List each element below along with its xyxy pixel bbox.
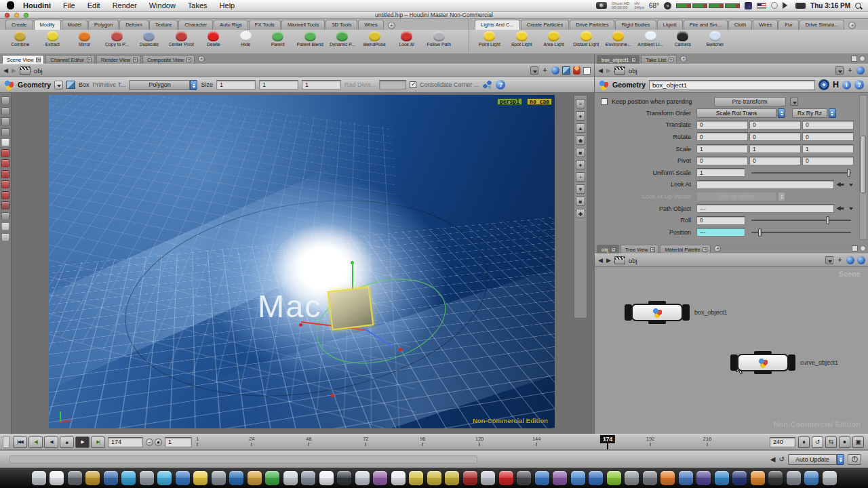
tab-close-icon[interactable]: × bbox=[669, 58, 673, 62]
pin-icon[interactable]: + bbox=[846, 67, 854, 75]
add-shelf-tab-button[interactable]: + bbox=[848, 22, 856, 29]
tab-close-icon[interactable]: × bbox=[186, 58, 191, 62]
network-type-icon[interactable] bbox=[614, 66, 625, 75]
shelf-tab-cloth[interactable]: Cloth bbox=[728, 20, 753, 30]
path-dropdown-icon[interactable] bbox=[825, 256, 833, 264]
shelf-tab-create[interactable]: Create bbox=[5, 20, 33, 30]
shelf-tab-fire-and-sm[interactable]: Fire and Sm... bbox=[684, 20, 728, 30]
param-slider[interactable] bbox=[751, 220, 851, 221]
range-start-field[interactable]: 1 bbox=[165, 437, 192, 447]
op-jump-icon[interactable] bbox=[835, 205, 845, 212]
shelf-tab-wires[interactable]: Wires bbox=[358, 20, 383, 30]
back-icon[interactable]: ◀ bbox=[770, 455, 776, 463]
network-node-curve-object1[interactable]: curve_object1 bbox=[730, 354, 795, 371]
view-control-icon[interactable]: ▼ bbox=[576, 184, 585, 194]
tool-delete[interactable]: Delete bbox=[197, 30, 230, 47]
param-dropdown-scale-rot-trans[interactable]: Scale Rot Trans bbox=[696, 108, 776, 118]
tab-obj[interactable]: obj× bbox=[597, 245, 619, 253]
tab-tree-view[interactable]: Tree View× bbox=[620, 245, 658, 253]
dock-app-icon[interactable] bbox=[660, 471, 675, 485]
menu-edit[interactable]: Edit bbox=[87, 1, 100, 9]
network-type-icon[interactable] bbox=[614, 256, 625, 264]
play-button[interactable]: ▶ bbox=[75, 436, 90, 448]
battery-icon[interactable] bbox=[795, 3, 806, 9]
info-icon[interactable]: i bbox=[842, 81, 851, 89]
character-display-icon[interactable] bbox=[573, 66, 580, 75]
dock-app-icon[interactable] bbox=[732, 471, 747, 485]
frame-decrement-button[interactable]: − bbox=[146, 439, 153, 446]
dock-app-icon[interactable] bbox=[787, 471, 801, 485]
pin-icon[interactable]: + bbox=[836, 257, 844, 264]
realtime-toggle-icon[interactable]: ↺ bbox=[812, 436, 823, 448]
shelf-tab-rigid-bodies[interactable]: Rigid Bodies bbox=[615, 20, 656, 30]
view-control-icon[interactable]: ■ bbox=[576, 148, 585, 157]
tool-point-light[interactable]: Point Light bbox=[473, 30, 506, 47]
viewport-tool-icon[interactable] bbox=[1, 96, 9, 104]
tool-follow-path[interactable]: Follow Path bbox=[423, 30, 456, 47]
view-control-icon[interactable]: ● bbox=[576, 111, 585, 121]
op-select-icon[interactable] bbox=[846, 181, 856, 188]
volume-icon[interactable] bbox=[783, 2, 791, 9]
dock-app-icon[interactable] bbox=[265, 471, 279, 485]
menu-takes[interactable]: Takes bbox=[188, 1, 208, 9]
apple-menu-icon[interactable] bbox=[7, 1, 14, 9]
tab-close-icon[interactable]: × bbox=[611, 247, 616, 252]
node-body[interactable] bbox=[631, 304, 683, 321]
node-output-connector[interactable] bbox=[648, 321, 666, 324]
dock-app-icon[interactable] bbox=[427, 471, 441, 485]
viewport-tool-icon[interactable] bbox=[1, 138, 9, 146]
view-control-icon[interactable]: ◆ bbox=[576, 209, 585, 218]
size-z-field[interactable]: 1 bbox=[302, 80, 341, 89]
tool-mirror[interactable]: Mirror bbox=[68, 30, 101, 47]
shelf-tab-drive-particles[interactable]: Drive Particles bbox=[570, 20, 614, 30]
shelf-tab-lights-and-c[interactable]: Lights And C... bbox=[475, 20, 520, 30]
size-x-field[interactable]: 1 bbox=[216, 80, 256, 89]
param-field[interactable]: 1 bbox=[802, 144, 854, 153]
dock-app-icon[interactable] bbox=[176, 471, 190, 485]
dock-app-icon[interactable] bbox=[212, 471, 226, 485]
tab-close-icon[interactable]: × bbox=[631, 58, 636, 62]
path-forward-icon[interactable]: ▶ bbox=[606, 257, 611, 264]
slider-handle[interactable] bbox=[826, 216, 829, 224]
param-field[interactable] bbox=[696, 180, 834, 189]
auto-update-dropdown[interactable]: Auto Update bbox=[788, 454, 837, 465]
pin-icon[interactable]: + bbox=[541, 67, 549, 75]
shelf-tab-drive-simula[interactable]: Drive Simula... bbox=[800, 20, 845, 30]
shelf-tab-create-particles[interactable]: Create Particles bbox=[521, 20, 569, 30]
size-y-field[interactable]: 1 bbox=[259, 80, 298, 89]
shelf-tab-liquid[interactable]: Liquid bbox=[657, 20, 683, 30]
audio-toggle-icon[interactable]: ● bbox=[839, 436, 850, 448]
tab-channel-editor[interactable]: Channel Editor× bbox=[45, 55, 95, 64]
spinner-icon[interactable] bbox=[829, 108, 836, 118]
tool-dropdown-icon[interactable] bbox=[54, 81, 63, 89]
viewport-tool-icon[interactable] bbox=[1, 180, 9, 188]
path-back-icon[interactable]: ◀ bbox=[598, 67, 603, 74]
param-field[interactable]: 0 bbox=[802, 132, 854, 141]
tool-camera[interactable]: Camera bbox=[667, 30, 699, 47]
dock-app-icon[interactable] bbox=[140, 471, 154, 485]
network-canvas[interactable]: Scene Non-Commercial Edition box_object1… bbox=[595, 267, 868, 434]
parameter-scrollbar[interactable] bbox=[859, 95, 867, 240]
tab-close-icon[interactable]: × bbox=[650, 247, 655, 252]
loop-toggle-icon[interactable]: ⇆ bbox=[825, 436, 837, 448]
next-frame-button[interactable]: ▶| bbox=[91, 436, 105, 448]
menu-file[interactable]: File bbox=[63, 1, 75, 9]
dock-app-icon[interactable] bbox=[193, 471, 208, 485]
network-type-icon[interactable] bbox=[20, 66, 31, 75]
menu-window[interactable]: Window bbox=[149, 1, 176, 9]
stop-button[interactable]: ■ bbox=[60, 436, 74, 448]
param-field[interactable]: 0 bbox=[749, 132, 801, 141]
path-text[interactable]: obj bbox=[34, 67, 43, 75]
shelf-tab-auto-rigs[interactable]: Auto Rigs bbox=[214, 20, 248, 30]
reverse-frame-button[interactable]: ◀| bbox=[28, 436, 43, 448]
dock-app-icon[interactable] bbox=[589, 471, 603, 485]
consolidate-checkbox[interactable] bbox=[410, 81, 416, 88]
param-field[interactable]: 0 bbox=[749, 157, 801, 165]
dock-app-icon[interactable] bbox=[625, 471, 639, 485]
viewport-nocam-chip[interactable]: no cam bbox=[527, 98, 552, 105]
spinner-icon[interactable] bbox=[190, 80, 197, 90]
op-select-icon[interactable] bbox=[846, 205, 856, 212]
view-control-icon[interactable]: + bbox=[576, 172, 585, 182]
viewport-tool-icon[interactable] bbox=[1, 222, 9, 230]
tool-environme[interactable]: Environme... bbox=[602, 30, 635, 47]
